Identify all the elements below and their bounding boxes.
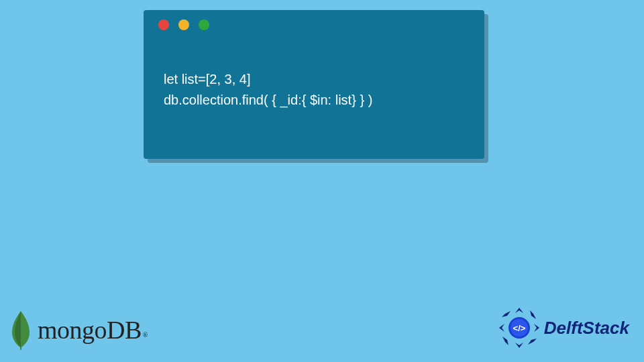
- delftstack-logo: </> DelftStack: [498, 307, 629, 349]
- window-titlebar: [144, 10, 484, 36]
- delftstack-text: DelftStack: [544, 318, 629, 339]
- code-line: db.collection.find( { _id:{ $in: list} }…: [164, 90, 464, 111]
- minimize-icon: [178, 19, 189, 30]
- mongodb-wordmark: mongoDB: [38, 316, 142, 344]
- maximize-icon: [199, 19, 209, 30]
- code-window: let list=[2, 3, 4] db.collection.find( {…: [144, 10, 484, 159]
- code-line: let list=[2, 3, 4]: [164, 69, 464, 90]
- mongodb-text: mongoDB®: [38, 315, 148, 345]
- trademark-symbol: ®: [143, 331, 148, 339]
- mongodb-leaf-icon: [8, 310, 34, 350]
- delftstack-badge-icon: </>: [498, 307, 540, 349]
- code-body: let list=[2, 3, 4] db.collection.find( {…: [144, 36, 484, 124]
- svg-text:</>: </>: [513, 323, 525, 333]
- close-icon: [158, 19, 169, 30]
- mongodb-logo: mongoDB®: [8, 310, 148, 350]
